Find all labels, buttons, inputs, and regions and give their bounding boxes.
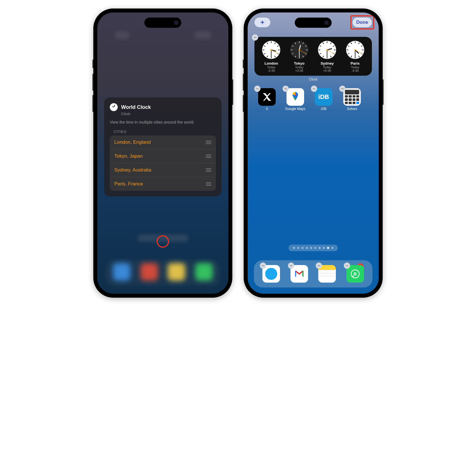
clock-column: Tokyo Today +3:30 [285, 41, 313, 72]
widget-label: Clock [254, 77, 372, 81]
app-label: Solves [342, 107, 362, 111]
clock-face-icon [318, 41, 336, 59]
clock-day-label: Today [257, 65, 285, 69]
city-row[interactable]: Paris, France [110, 177, 216, 191]
page-dot[interactable] [331, 247, 333, 249]
clock-day-label: Today [341, 65, 369, 69]
clock-day-label: Today [313, 65, 341, 69]
screen-widget-config: World Clock Clock View the time in multi… [97, 12, 228, 294]
clock-column: Paris Today -4:30 [341, 41, 369, 72]
dynamic-island [144, 18, 181, 28]
phone-right: + Done − London Today -5:30 [244, 9, 383, 298]
city-name: Tokyo, Japan [114, 153, 143, 159]
blurred-dock [105, 260, 220, 286]
add-widget-button[interactable]: + [254, 18, 270, 27]
clock-offset-label: +3:30 [285, 69, 313, 72]
page-dot[interactable] [306, 247, 308, 249]
dock-app-item[interactable]: − [318, 265, 336, 283]
svg-rect-5 [295, 271, 296, 277]
remove-app-button[interactable]: − [311, 86, 317, 92]
city-name: London, England [114, 139, 151, 145]
city-row[interactable]: London, England [110, 136, 216, 149]
clock-city-label: Sydney [313, 61, 341, 65]
app-icon[interactable] [287, 88, 304, 106]
app-item[interactable]: − Google Maps [285, 88, 306, 111]
clock-face-icon [262, 41, 280, 59]
page-dot[interactable] [314, 247, 316, 249]
clock-column: Sydney Today +5:30 [313, 41, 341, 72]
dock-app-item[interactable]: − [290, 265, 308, 283]
sheet-subtitle: Clock [121, 112, 216, 116]
svg-text:B: B [353, 271, 357, 276]
page-indicator[interactable] [288, 245, 338, 251]
clock-city-label: London [257, 61, 285, 65]
app-label: Google Maps [285, 107, 306, 111]
drag-handle-icon[interactable] [206, 168, 211, 172]
page-dot[interactable] [319, 247, 321, 249]
annotation-tap-indicator [157, 235, 169, 248]
app-item[interactable]: − X [257, 88, 277, 111]
app-icon[interactable]: iDB [315, 88, 332, 106]
dock-app-item[interactable]: − 1 B [346, 265, 364, 283]
page-dot[interactable] [302, 247, 304, 249]
city-name: Sydney, Australia [114, 167, 151, 173]
app-grid: − X − Google Maps − iDB iDB − Solves [248, 83, 379, 116]
clock-widget[interactable]: − London Today -5:30 Tokyo Today +3:30 [254, 37, 372, 81]
dock-app-item[interactable]: − [262, 265, 280, 283]
svg-rect-6 [302, 271, 304, 277]
clock-city-label: Tokyo [285, 61, 313, 65]
clock-offset-label: -5:30 [257, 69, 285, 72]
sheet-title: World Clock [121, 104, 151, 110]
remove-app-button[interactable]: − [254, 86, 260, 92]
city-name: Paris, France [114, 181, 143, 187]
city-row[interactable]: Sydney, Australia [110, 163, 216, 177]
clock-offset-label: -4:30 [341, 69, 369, 72]
dynamic-island [295, 18, 332, 28]
clock-column: London Today -5:30 [257, 41, 285, 72]
done-button[interactable]: Done [353, 18, 372, 27]
drag-handle-icon[interactable] [206, 182, 211, 186]
page-dot[interactable] [310, 247, 312, 249]
page-dot[interactable] [323, 247, 325, 249]
city-list: London, England Tokyo, Japan Sydney, Aus… [110, 136, 216, 191]
app-item[interactable]: − Solves [342, 88, 362, 111]
clock-day-label: Today [285, 65, 313, 69]
clock-offset-label: +5:30 [313, 69, 341, 72]
screen-home-jiggle: + Done − London Today -5:30 [248, 12, 379, 294]
cities-header: CITIES [110, 130, 216, 134]
clock-city-label: Paris [341, 61, 369, 65]
drag-handle-icon[interactable] [206, 154, 211, 158]
clock-face-icon [346, 41, 364, 59]
remove-app-button[interactable]: − [288, 263, 294, 269]
remove-app-button[interactable]: − [339, 86, 346, 92]
app-item[interactable]: − iDB iDB [313, 88, 334, 111]
page-dot[interactable] [293, 247, 295, 249]
remove-app-button[interactable]: − [283, 86, 289, 92]
app-icon[interactable] [258, 88, 276, 106]
sheet-description: View the time in multiple cities around … [110, 120, 216, 124]
app-label: X [257, 107, 277, 111]
page-dot[interactable] [297, 247, 299, 249]
remove-widget-button[interactable]: − [252, 34, 258, 41]
app-icon[interactable] [343, 88, 361, 106]
app-label: iDB [313, 107, 334, 111]
clock-icon [110, 103, 118, 111]
city-row[interactable]: Tokyo, Japan [110, 149, 216, 163]
remove-app-button[interactable]: − [344, 263, 350, 269]
page-dot[interactable] [327, 247, 329, 249]
world-clock-config-sheet: World Clock Clock View the time in multi… [104, 98, 222, 196]
clock-face-icon [290, 41, 308, 59]
dock: − − − − 1 B [254, 260, 372, 287]
drag-handle-icon[interactable] [206, 141, 211, 144]
phone-left: World Clock Clock View the time in multi… [93, 9, 232, 298]
